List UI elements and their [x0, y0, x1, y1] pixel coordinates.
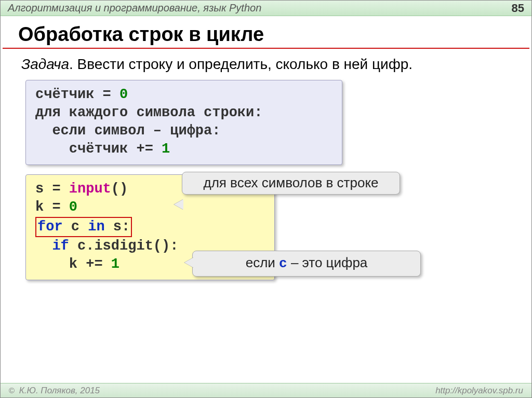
keyword: if [52, 238, 69, 254]
pseudo-line: если символ – цифра: [35, 122, 332, 140]
pseudo-line: счётчик += 1 [35, 140, 332, 158]
task-label: Задача [21, 56, 69, 72]
copyright-icon: © [9, 386, 15, 395]
keyword: for [37, 219, 63, 235]
footer: © К.Ю. Поляков, 2015 http://kpolyakov.sp… [1, 383, 531, 397]
text: если [246, 255, 279, 270]
page-title: Обработка строк в цикле [3, 16, 529, 49]
indent [35, 238, 52, 254]
text: счётчик = [35, 87, 119, 102]
literal: 1 [162, 141, 170, 157]
text: c [63, 219, 88, 235]
literal: 0 [69, 199, 77, 215]
text: – это цифра [287, 255, 368, 270]
code-var: c [279, 256, 287, 271]
text: s: [105, 219, 130, 235]
task-statement: Задача. Ввести строку и определить, скол… [1, 54, 531, 80]
text: () [111, 181, 128, 197]
for-highlight: for c in s: [35, 217, 132, 237]
literal: 1 [111, 256, 119, 272]
breadcrumb: Алгоритмизация и программирование, язык … [8, 2, 261, 14]
keyword: in [88, 219, 104, 235]
copyright-text: К.Ю. Поляков, 2015 [19, 386, 100, 395]
code-line: for c in s: [35, 217, 265, 237]
text: k = [35, 199, 69, 215]
header: Алгоритмизация и программирование, язык … [1, 1, 531, 16]
text: k += [35, 256, 111, 272]
footer-url: http://kpolyakov.spb.ru [435, 386, 523, 396]
text: счётчик += [35, 141, 162, 157]
callout-isdigit: если c – это цифра [192, 251, 421, 277]
literal: 0 [119, 87, 128, 102]
pseudo-line: для каждого символа строки: [35, 104, 332, 122]
text: s = [35, 181, 69, 197]
copyright: © К.Ю. Поляков, 2015 [9, 386, 100, 396]
page-number: 85 [512, 2, 524, 15]
func: input [69, 181, 111, 197]
code-line: k = 0 [35, 198, 265, 216]
task-text: . Ввести строку и определить, сколько в … [69, 56, 413, 72]
python-code-box: s = input() k = 0 for c in s: if c.isdig… [25, 174, 275, 280]
text: c.isdigit(): [69, 238, 179, 254]
callout-for-loop: для всех символов в строке [182, 172, 400, 195]
slide: Алгоритмизация и программирование, язык … [0, 0, 532, 398]
pseudocode-box: счётчик = 0 для каждого символа строки: … [25, 80, 342, 165]
pseudo-line: счётчик = 0 [35, 86, 332, 104]
